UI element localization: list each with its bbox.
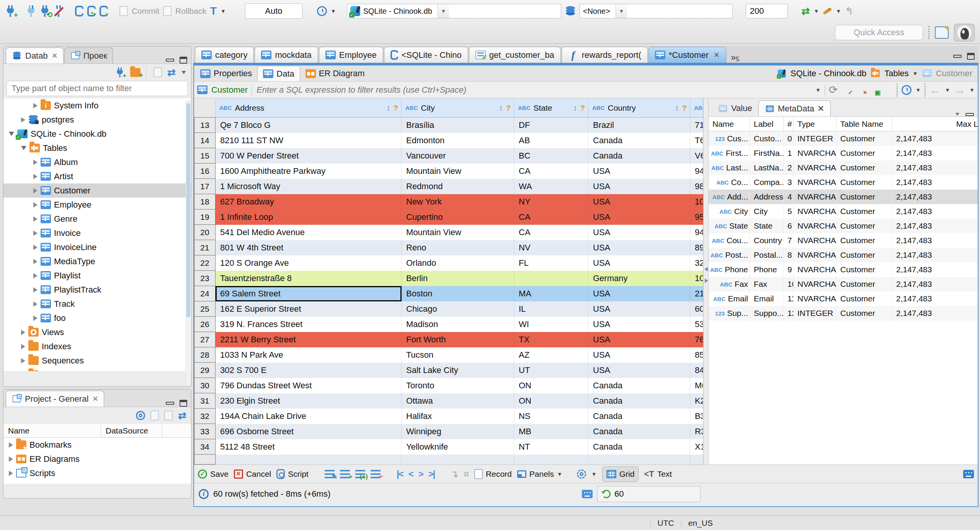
- meta-cell-num[interactable]: 7: [784, 233, 794, 248]
- meta-cell-table[interactable]: Customer: [836, 233, 892, 248]
- meta-cell-name[interactable]: ABCLast...: [709, 160, 750, 175]
- last-row-icon[interactable]: >|: [428, 469, 435, 479]
- prev-row-icon[interactable]: <: [408, 469, 413, 479]
- cell-extra[interactable]: R3: [690, 424, 703, 439]
- cell-extra[interactable]: 60: [690, 301, 703, 317]
- editor-tab-employee[interactable]: Employee: [319, 47, 383, 63]
- row-number[interactable]: 15: [194, 148, 216, 164]
- metadata-row[interactable]: 123Cus...Custo...0INTEGERCustomer2,147,4…: [709, 131, 978, 146]
- cell-address[interactable]: 1 Infinite Loop: [216, 209, 402, 225]
- first-row-icon[interactable]: |<: [397, 469, 403, 479]
- cell-city[interactable]: Fort Worth: [402, 332, 514, 347]
- grid-view-button[interactable]: Grid: [602, 466, 639, 482]
- tree-item-track[interactable]: Track: [3, 297, 191, 311]
- meta-cell-name[interactable]: 123Sup...: [709, 306, 750, 321]
- cancel-button[interactable]: ×Cancel: [234, 469, 271, 479]
- metadata-row[interactable]: 123Sup...Suppo...12INTEGERCustomer2,147,…: [709, 306, 978, 321]
- reconnect-icon[interactable]: ⟲: [40, 5, 50, 17]
- tree-item-sqlite-chinook-db[interactable]: SQLite - Chinook.db: [3, 127, 191, 141]
- refresh-icon[interactable]: ⟳: [829, 83, 838, 96]
- cell-country[interactable]: Canada: [588, 133, 690, 148]
- cell-state[interactable]: BC: [514, 148, 588, 164]
- tree-item-system-info[interactable]: System Info: [3, 98, 191, 113]
- project-item-er-diagrams[interactable]: ER Diagrams: [3, 452, 191, 466]
- meta-cell-num[interactable]: 6: [784, 219, 794, 233]
- cell-extra[interactable]: 76: [690, 332, 703, 347]
- meta-cell-type[interactable]: NVARCHAR: [794, 160, 836, 175]
- view-menu-icon[interactable]: [956, 113, 959, 116]
- cell-extra[interactable]: 98: [690, 179, 703, 194]
- panels-button[interactable]: Panels▼: [517, 469, 562, 479]
- new-folder-icon[interactable]: +: [130, 68, 140, 77]
- fetch-next-icon[interactable]: →: [954, 84, 965, 96]
- meta-cell-type[interactable]: NVARCHAR: [794, 146, 836, 160]
- cell-address[interactable]: 319 N. Frances Street: [216, 317, 402, 332]
- chevron-right-icon[interactable]: [33, 202, 38, 208]
- cell-city[interactable]: Tucson: [402, 347, 514, 363]
- filter-icon[interactable]: [374, 104, 382, 112]
- gear-icon[interactable]: [136, 411, 145, 420]
- minimize-icon[interactable]: [166, 59, 174, 62]
- sort-icon[interactable]: ↕: [386, 103, 390, 112]
- txn-mode-select[interactable]: Auto: [245, 3, 302, 19]
- script-button[interactable]: Script: [276, 469, 309, 479]
- meta-cell-table[interactable]: Customer: [836, 248, 892, 262]
- tab-properties[interactable]: Properties: [195, 66, 257, 81]
- meta-cell-num[interactable]: 12: [784, 306, 794, 321]
- cell-city[interactable]: Boston: [402, 286, 514, 301]
- delete-row-icon[interactable]: −: [371, 470, 381, 478]
- link-editor-icon[interactable]: ⇄: [167, 67, 176, 79]
- editor-tab-get-customer-ba[interactable]: get_customer_ba: [469, 47, 561, 63]
- meta-cell-table[interactable]: Customer: [836, 306, 892, 321]
- row-number[interactable]: 34: [194, 439, 216, 455]
- remove-filter-icon[interactable]: ×: [855, 85, 865, 95]
- editor-tab--sqlite-chino[interactable]: <SQLite - Chino: [384, 47, 468, 63]
- connection-select[interactable]: SQLite - Chinook.db ▼: [347, 4, 561, 18]
- sort-icon[interactable]: ↕: [499, 103, 503, 112]
- cell-state[interactable]: IL: [514, 301, 588, 317]
- meta-cell-type[interactable]: NVARCHAR: [794, 219, 836, 233]
- cell-country[interactable]: USA: [588, 209, 690, 225]
- row-number[interactable]: 24: [194, 286, 216, 301]
- meta-cell-table[interactable]: Customer: [836, 219, 892, 233]
- cell-address[interactable]: 541 Del Medio Avenue: [216, 225, 402, 240]
- compare-icon[interactable]: [823, 7, 832, 15]
- auto-refresh-caret-icon[interactable]: ▼: [915, 87, 921, 93]
- commit-button[interactable]: Commit: [132, 7, 159, 16]
- cell-state[interactable]: ON: [514, 378, 588, 393]
- tree-item-postgres[interactable]: postgres: [3, 113, 191, 127]
- breadcrumb-caret-icon[interactable]: ▼: [913, 70, 918, 77]
- meta-cell-num[interactable]: 3: [784, 175, 794, 190]
- close-icon[interactable]: ✕: [714, 51, 720, 59]
- meta-cell-type[interactable]: NVARCHAR: [794, 233, 836, 248]
- breadcrumb-connection[interactable]: SQLite - Chinook.db: [791, 69, 866, 79]
- chevron-right-icon[interactable]: [9, 456, 13, 462]
- record-button[interactable]: Record: [474, 469, 512, 479]
- cell-address[interactable]: 8210 111 ST NW: [216, 133, 402, 148]
- column-name[interactable]: Name: [3, 424, 101, 437]
- cell-address[interactable]: 302 S 700 E: [216, 363, 402, 378]
- fetch-size-input[interactable]: 200: [746, 4, 788, 18]
- disconnect-icon[interactable]: [54, 5, 64, 17]
- column-info-icon[interactable]: ?: [506, 103, 511, 113]
- tab-projects[interactable]: Проек: [64, 47, 113, 64]
- cell-state[interactable]: NS: [514, 409, 588, 424]
- cell-extra[interactable]: K2: [690, 393, 703, 409]
- meta-cell-max[interactable]: 2,147,483: [892, 262, 978, 277]
- new-connection-icon[interactable]: +: [116, 67, 124, 77]
- meta-cell-max[interactable]: 2,147,483: [892, 160, 978, 175]
- metadata-row[interactable]: ABCCou...Country7NVARCHARCustomer2,147,4…: [709, 233, 978, 248]
- connection-caret-icon[interactable]: ▼: [438, 4, 449, 18]
- cell-extra[interactable]: M6: [690, 378, 703, 393]
- cell-address[interactable]: 1 Microsoft Way: [216, 179, 402, 194]
- cell-country[interactable]: USA: [588, 179, 690, 194]
- row-number[interactable]: 30: [194, 378, 216, 393]
- row-number[interactable]: 28: [194, 347, 216, 363]
- meta-cell-label[interactable]: Address: [750, 190, 784, 204]
- cell-address[interactable]: 696 Osborne Street: [216, 424, 402, 439]
- cell-extra[interactable]: 32: [690, 255, 703, 271]
- cell-state[interactable]: [514, 271, 588, 286]
- meta-cell-label[interactable]: Email: [750, 291, 784, 306]
- metadata-row[interactable]: ABCLast...LastNa...2NVARCHARCustomer2,14…: [709, 160, 978, 175]
- cell-city[interactable]: Toronto: [402, 378, 514, 393]
